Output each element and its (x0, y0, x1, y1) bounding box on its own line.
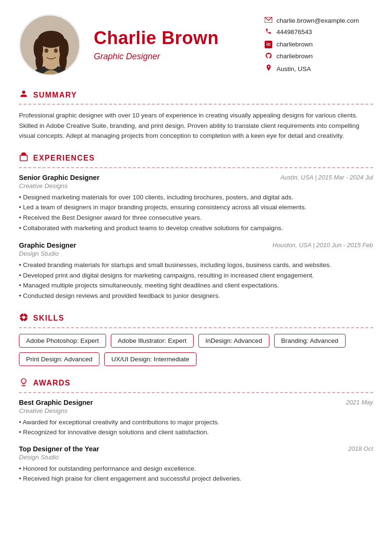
phone-row: 4449876543 (264, 28, 373, 36)
exp-bullet: Received the Best Designer award for thr… (19, 213, 373, 223)
awards-divider (19, 392, 373, 393)
exp-bullet: Designed marketing materials for over 10… (19, 192, 373, 203)
award-header-row: Best Graphic Designer Creative Designs 2… (19, 399, 373, 417)
experiences-title: EXPERIENCES (33, 154, 95, 162)
skill-tag: Print Design: Advanced (19, 352, 99, 366)
phone-value: 4449876543 (276, 28, 312, 36)
envelope-icon (264, 17, 273, 24)
award-title: Best Graphic Designer (19, 399, 93, 406)
exp-bullet: Created branding materials for startups … (19, 260, 373, 270)
full-name: Charlie Brown (94, 28, 255, 48)
skill-tag: InDesign: Advanced (198, 334, 269, 348)
exp-job-title: Graphic Designer (19, 242, 76, 249)
skill-tag: Adobe Illustrator: Expert (111, 334, 194, 348)
award-org: Design Studio (19, 454, 99, 461)
summary-icon (19, 89, 28, 101)
location-row: Austin, USA (264, 64, 373, 73)
awards-title: AWARDS (33, 379, 71, 387)
skills-divider (19, 327, 373, 328)
exp-header-row: Senior Graphic Designer Creative Designs… (19, 174, 373, 192)
exp-header-row: Graphic Designer Design Studio Houston, … (19, 242, 373, 260)
experiences-section: EXPERIENCES Senior Graphic Designer Crea… (19, 152, 373, 301)
svg-point-15 (22, 315, 26, 319)
github-icon (264, 52, 273, 61)
exp-job-title: Senior Graphic Designer (19, 174, 99, 181)
resume-header: Charlie Brown Graphic Designer charlie.b… (19, 14, 373, 76)
email-row: charlie.brown@example.com (264, 17, 373, 24)
exp-bullet: Led a team of designers in major brandin… (19, 202, 373, 213)
skills-section: SKILLS Adobe Photoshop: ExpertAdobe Illu… (19, 313, 373, 366)
svg-point-10 (45, 49, 48, 53)
award-bullets: Honored for outstanding performance and … (19, 464, 373, 484)
avatar (19, 14, 80, 76)
experience-item: Senior Graphic Designer Creative Designs… (19, 174, 373, 233)
exp-bullets: Designed marketing materials for over 10… (19, 192, 373, 233)
summary-text: Professional graphic designer with over … (19, 110, 373, 141)
svg-point-8 (36, 51, 43, 70)
skills-list: Adobe Photoshop: ExpertAdobe Illustrator… (19, 334, 373, 366)
award-date: 2018 Oct (348, 445, 373, 452)
contact-info: charlie.brown@example.com 4449876543 in … (264, 17, 373, 73)
exp-location-date: Austin, USA | 2015 Mar - 2024 Jul (280, 174, 373, 181)
summary-section: SUMMARY Professional graphic designer wi… (19, 89, 373, 141)
location-value: Austin, USA (276, 65, 311, 72)
award-bullet: Honored for outstanding performance and … (19, 464, 373, 474)
exp-bullet: Managed multiple projects simultaneously… (19, 280, 373, 291)
award-item: Top Designer of the Year Design Studio 2… (19, 445, 373, 484)
github-row: charliebrown (264, 52, 373, 61)
award-title-block: Top Designer of the Year Design Studio (19, 445, 99, 464)
experiences-header: EXPERIENCES (19, 152, 373, 164)
award-title-block: Best Graphic Designer Creative Designs (19, 399, 93, 417)
awards-icon (19, 377, 28, 389)
exp-title: Senior Graphic Designer Creative Designs (19, 174, 99, 192)
award-date: 2021 May (346, 399, 373, 406)
experiences-list: Senior Graphic Designer Creative Designs… (19, 174, 373, 301)
awards-header: AWARDS (19, 377, 373, 389)
location-icon (264, 64, 273, 73)
award-bullet: Received high praise for client engageme… (19, 474, 373, 484)
email-value: charlie.brown@example.com (276, 17, 359, 24)
exp-bullet: Collaborated with marketing and product … (19, 223, 373, 233)
exp-bullet: Developed print and digital designs for … (19, 270, 373, 281)
award-bullets: Awarded for exceptional creativity and c… (19, 417, 373, 438)
svg-point-9 (59, 51, 67, 70)
svg-point-13 (22, 90, 26, 94)
summary-header: SUMMARY (19, 89, 373, 101)
summary-title: SUMMARY (33, 91, 77, 99)
awards-list: Best Graphic Designer Creative Designs 2… (19, 399, 373, 484)
award-header-row: Top Designer of the Year Design Studio 2… (19, 445, 373, 464)
experiences-icon (19, 152, 28, 164)
skill-tag: Adobe Photoshop: Expert (19, 334, 106, 348)
exp-company: Creative Designs (19, 182, 99, 189)
skills-header: SKILLS (19, 313, 373, 324)
skills-icon (19, 313, 28, 324)
linkedin-value: charliebrown (276, 41, 313, 48)
name-title-block: Charlie Brown Graphic Designer (94, 28, 255, 62)
award-bullet: Awarded for exceptional creativity and c… (19, 417, 373, 428)
award-bullet: Recognized for innovative design solutio… (19, 427, 373, 438)
experiences-divider (19, 167, 373, 168)
skills-title: SKILLS (33, 314, 64, 322)
phone-icon (264, 28, 273, 36)
award-org: Creative Designs (19, 407, 93, 414)
summary-divider (19, 104, 373, 105)
exp-company: Design Studio (19, 250, 76, 257)
exp-bullet: Conducted design reviews and provided fe… (19, 291, 373, 301)
skill-tag: UX/UI Design: Intermediate (104, 352, 196, 366)
award-title: Top Designer of the Year (19, 445, 99, 453)
awards-section: AWARDS Best Graphic Designer Creative De… (19, 377, 373, 484)
job-title: Graphic Designer (94, 52, 255, 62)
award-item: Best Graphic Designer Creative Designs 2… (19, 399, 373, 438)
exp-title: Graphic Designer Design Studio (19, 242, 76, 260)
github-value: charliebrown (276, 53, 313, 60)
linkedin-row: in charliebrown (264, 40, 373, 48)
linkedin-icon: in (264, 40, 273, 48)
svg-point-11 (54, 49, 58, 53)
experience-item: Graphic Designer Design Studio Houston, … (19, 242, 373, 301)
exp-bullets: Created branding materials for startups … (19, 260, 373, 301)
exp-location-date: Houston, USA | 2010 Jun - 2015 Feb (273, 242, 373, 249)
skill-tag: Branding: Advanced (274, 334, 346, 348)
